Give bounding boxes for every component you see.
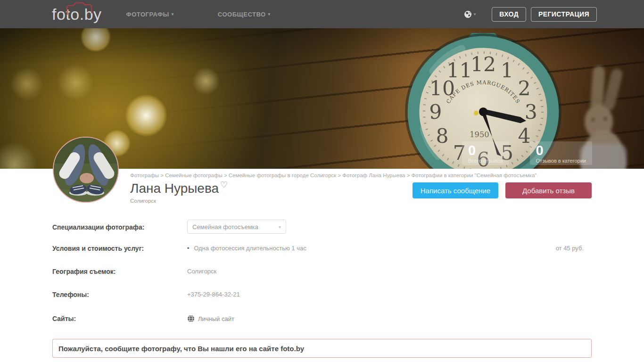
row-sites: Сайты: Личный сайт — [52, 315, 592, 322]
stat-label: Всего отзывов — [468, 158, 503, 164]
chevron-down-icon: ▾ — [172, 12, 174, 16]
row-terms: Условия и стоимость услуг: Одна фотосесс… — [52, 245, 592, 252]
clock-year-text: 1950 — [470, 130, 489, 139]
send-message-button[interactable]: Написать сообщение — [413, 182, 498, 198]
profile-actions: Написать сообщение Добавить отзыв — [413, 182, 592, 198]
globe-icon — [187, 315, 195, 322]
row-specializations: Специализации фотографа: Семейная фотосъ… — [52, 220, 592, 234]
review-stats: 0 Всего отзывов 0 Отзывов в категории — [462, 141, 592, 165]
navbar-right: ▾ ВХОД РЕГИСТРАЦИЯ — [464, 7, 597, 22]
phone-value: +375-29-864-32-21 — [187, 291, 240, 298]
login-button[interactable]: ВХОД — [492, 7, 526, 22]
breadcrumb[interactable]: Фотографы > Семейные фотографы > Семейны… — [130, 173, 537, 178]
clock-numeral: 8 — [436, 124, 448, 148]
clock-numeral: 1 — [501, 59, 513, 82]
avatar[interactable] — [53, 137, 119, 203]
stat-total-reviews: 0 Всего отзывов — [462, 141, 509, 165]
menu-item-photographers[interactable]: Фотографы ▾ — [126, 11, 174, 18]
row-label: Сайты: — [52, 315, 187, 322]
chevron-down-icon: ▾ — [474, 12, 476, 16]
language-selector[interactable]: ▾ — [464, 10, 476, 18]
menu-item-label: Фотографы — [126, 11, 169, 18]
stat-category-reviews: 0 Отзывов в категории — [530, 141, 592, 165]
personal-site-link[interactable]: Личный сайт — [187, 315, 234, 322]
stat-value: 0 — [468, 143, 503, 157]
row-phones: Телефоны: +375-29-864-32-21 — [52, 291, 592, 298]
camera-outline-icon — [65, 1, 93, 15]
add-review-button[interactable]: Добавить отзыв — [505, 182, 592, 198]
globe-icon — [464, 10, 472, 18]
photographer-city: Солигорск — [130, 198, 156, 204]
main-menu: Фотографы ▾ Сообщество ▾ — [126, 11, 271, 18]
select-value: Семейная фотосъемка — [192, 223, 279, 230]
clock-numeral: 11 — [446, 59, 472, 82]
row-label: География съемок: — [52, 268, 187, 275]
register-button[interactable]: РЕГИСТРАЦИЯ — [531, 7, 597, 22]
page: foto.by Фотографы ▾ Сообщество ▾ — [0, 0, 644, 362]
chevron-down-icon: ▾ — [279, 224, 281, 230]
clock-numeral: 3 — [525, 100, 537, 123]
terms-price: от 45 руб. — [556, 245, 592, 252]
clock-numeral: 2 — [518, 77, 531, 100]
notice-text: Пожалуйста, сообщите фотографу, что Вы н… — [58, 345, 304, 353]
row-geography: География съемок: Солигорск — [52, 268, 592, 275]
geography-value: Солигорск — [187, 268, 216, 275]
menu-item-community[interactable]: Сообщество ▾ — [218, 11, 271, 18]
chevron-down-icon: ▾ — [268, 12, 271, 16]
page-title: Лана Нурыева♡ — [130, 181, 228, 196]
menu-item-label: Сообщество — [218, 11, 266, 18]
stat-label: Отзывов в категории — [536, 158, 586, 164]
clock-numeral: 12 — [471, 53, 496, 76]
stat-value: 0 — [536, 143, 586, 157]
top-navbar: foto.by Фотографы ▾ Сообщество ▾ — [0, 0, 644, 28]
favorite-icon[interactable]: ♡ — [220, 180, 228, 189]
row-label: Телефоны: — [52, 291, 187, 298]
specialization-select[interactable]: Семейная фотосъемка ▾ — [187, 220, 286, 234]
notice-banner: Пожалуйста, сообщите фотографу, что Вы н… — [52, 339, 592, 358]
row-label: Условия и стоимость услуг: — [52, 245, 187, 252]
clock-numeral: 9 — [429, 100, 442, 123]
logo[interactable]: foto.by — [52, 5, 102, 24]
row-label: Специализации фотографа: — [52, 220, 187, 231]
avatar-photo — [54, 138, 119, 203]
photographer-name: Лана Нурыева — [130, 181, 219, 196]
terms-item: Одна фотосессия длительностью 1 час — [187, 245, 306, 252]
site-link-label: Личный сайт — [198, 315, 234, 322]
